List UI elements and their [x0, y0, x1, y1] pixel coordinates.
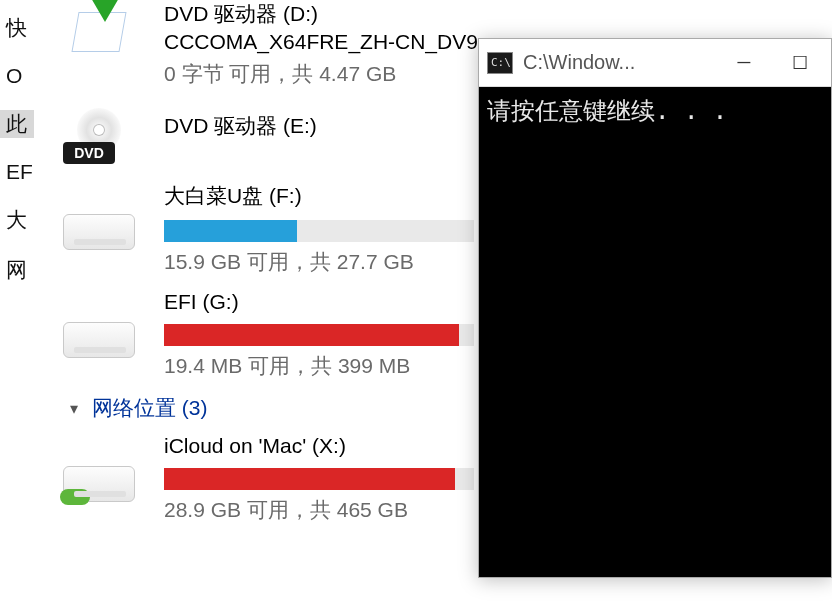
cmd-title-text: C:\Window...	[523, 51, 711, 74]
chevron-down-icon: ▾	[70, 399, 84, 418]
sidebar-item[interactable]: EF	[0, 160, 34, 184]
sidebar-item[interactable]: 网	[0, 256, 34, 284]
sidebar-item[interactable]: 大	[0, 206, 34, 234]
maximize-button[interactable]: ☐	[777, 40, 823, 86]
sidebar-item[interactable]: 此	[0, 110, 34, 138]
cmd-body[interactable]: 请按任意键继续. . .	[479, 87, 831, 577]
dvd-drive-icon: DVD	[63, 108, 135, 168]
usage-bar-fill	[164, 220, 297, 242]
sidebar-item[interactable]: 快	[0, 14, 34, 42]
section-label: 网络位置 (3)	[92, 394, 208, 422]
usb-drive-icon	[63, 214, 135, 250]
install-disc-icon	[63, 6, 135, 56]
usage-bar-fill	[164, 468, 455, 490]
hard-drive-icon	[63, 322, 135, 358]
sidebar-item[interactable]: O	[0, 64, 34, 88]
usage-bar-fill	[164, 324, 459, 346]
explorer-sidebar: 快 O 此 EF 大 网	[0, 0, 34, 284]
dvd-badge: DVD	[63, 142, 115, 164]
cmd-titlebar[interactable]: C:\ C:\Window... ─ ☐	[479, 39, 831, 87]
cmd-window[interactable]: C:\ C:\Window... ─ ☐ 请按任意键继续. . .	[478, 38, 832, 578]
usage-bar	[164, 468, 474, 490]
network-drive-icon	[63, 466, 135, 502]
usage-bar	[164, 220, 474, 242]
cmd-icon: C:\	[487, 52, 513, 74]
usage-bar	[164, 324, 474, 346]
minimize-button[interactable]: ─	[721, 40, 767, 86]
drive-name: DVD 驱动器 (D:)	[164, 0, 832, 28]
